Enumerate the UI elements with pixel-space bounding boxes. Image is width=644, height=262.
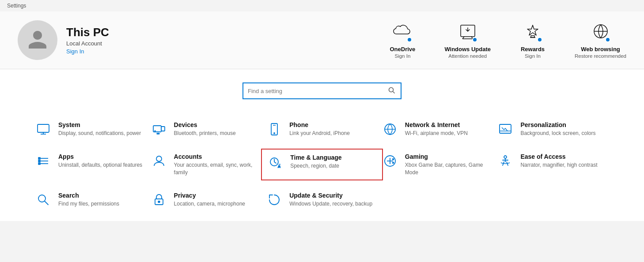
svg-text:A: A	[278, 165, 280, 168]
update-security-icon	[266, 192, 282, 207]
phone-label: Phone	[289, 121, 350, 128]
svg-line-4	[393, 91, 395, 93]
privacy-icon	[151, 192, 167, 207]
personalization-label: Personalization	[520, 121, 595, 128]
svg-point-10	[155, 131, 155, 131]
svg-rect-20	[38, 157, 40, 159]
setting-network[interactable]: Network & Internet Wi-Fi, airplane mode,…	[382, 121, 493, 137]
phone-desc: Link your Android, iPhone	[289, 130, 350, 137]
svg-point-3	[389, 87, 394, 92]
system-icon	[35, 121, 51, 136]
phone-icon	[266, 121, 282, 136]
search-input[interactable]	[248, 88, 387, 94]
privacy-label: Privacy	[174, 192, 245, 199]
svg-line-33	[45, 201, 48, 205]
system-desc: Display, sound, notifications, power	[58, 130, 141, 137]
avatar	[18, 20, 57, 60]
gaming-desc: Xbox Game Bar, captures, Game Mode	[405, 161, 493, 176]
sign-in-link[interactable]: Sign In	[66, 48, 109, 55]
service-windows-update[interactable]: Windows Update Attention needed	[444, 22, 491, 59]
setting-privacy[interactable]: Privacy Location, camera, microphone	[151, 192, 262, 208]
svg-rect-21	[38, 160, 40, 162]
account-info: This PC Local Account Sign In	[66, 26, 109, 55]
search-area	[0, 69, 644, 112]
service-web-browsing[interactable]: Web browsing Restore recommended	[575, 22, 626, 59]
ease-of-access-label: Ease of Access	[520, 153, 597, 160]
setting-ease-of-access[interactable]: Ease of Access Narrator, magnifier, high…	[497, 153, 609, 176]
setting-accounts[interactable]: Accounts Your accounts, email, sync, wor…	[151, 153, 262, 176]
update-security-label: Update & Security	[289, 192, 372, 199]
svg-rect-5	[38, 124, 49, 132]
personalization-desc: Background, lock screen, colors	[520, 130, 595, 137]
setting-update-security[interactable]: Update & Security Windows Update, recove…	[266, 192, 378, 208]
windows-update-status-dot	[472, 37, 477, 42]
onedrive-sub: Sign In	[395, 53, 411, 59]
setting-search[interactable]: Search Find my files, permissions	[35, 192, 147, 208]
update-security-desc: Windows Update, recovery, backup	[289, 200, 372, 208]
rewards-status-dot	[537, 37, 542, 42]
accounts-label: Accounts	[174, 153, 262, 160]
windows-update-icon	[458, 22, 477, 42]
setting-devices[interactable]: Devices Bluetooth, printers, mouse	[151, 121, 262, 137]
svg-point-29	[392, 158, 394, 160]
search-settings-label: Search	[58, 192, 119, 199]
svg-rect-11	[157, 133, 159, 134]
apps-desc: Uninstall, defaults, optional features	[58, 161, 142, 169]
onedrive-status-dot	[407, 37, 412, 42]
accounts-icon	[151, 153, 167, 168]
search-settings-desc: Find my files, permissions	[58, 200, 119, 208]
network-desc: Wi-Fi, airplane mode, VPN	[405, 130, 468, 137]
setting-gaming[interactable]: Gaming Xbox Game Bar, captures, Game Mod…	[382, 153, 493, 176]
search-button[interactable]	[387, 86, 396, 96]
svg-rect-9	[161, 127, 165, 131]
personalization-icon	[497, 121, 513, 136]
account-name: This PC	[66, 26, 109, 39]
web-browsing-label: Web browsing	[581, 46, 620, 52]
gaming-label: Gaming	[405, 153, 493, 160]
web-browsing-icon	[591, 22, 610, 42]
title-bar: Settings	[0, 0, 644, 11]
rewards-sub: Sign In	[525, 53, 541, 59]
header-services: OneDrive Sign In Windows Update Attentio…	[168, 22, 626, 59]
service-onedrive[interactable]: OneDrive Sign In	[383, 22, 422, 59]
svg-point-30	[392, 162, 394, 163]
svg-rect-22	[38, 163, 40, 165]
rewards-icon	[523, 22, 542, 42]
system-label: System	[58, 121, 141, 128]
header: This PC Local Account Sign In OneDrive S…	[0, 11, 644, 69]
svg-point-14	[274, 133, 275, 134]
devices-desc: Bluetooth, printers, mouse	[174, 130, 236, 137]
setting-personalization[interactable]: Personalization Background, lock screen,…	[497, 121, 609, 137]
time-language-label: Time & Language	[290, 154, 341, 161]
setting-phone[interactable]: Phone Link your Android, iPhone	[266, 121, 378, 137]
onedrive-icon	[393, 22, 412, 42]
devices-label: Devices	[174, 121, 236, 128]
person-icon	[27, 29, 49, 52]
time-language-icon: A	[267, 154, 283, 169]
accounts-desc: Your accounts, email, sync, work, family	[174, 161, 262, 176]
gaming-icon	[382, 153, 398, 168]
setting-time-language[interactable]: A Time & Language Speech, region, date	[261, 149, 383, 181]
ease-of-access-icon	[497, 153, 513, 168]
service-rewards[interactable]: Rewards Sign In	[513, 22, 553, 59]
setting-system[interactable]: System Display, sound, notifications, po…	[35, 121, 147, 137]
apps-icon	[35, 153, 51, 168]
windows-update-label: Windows Update	[444, 46, 491, 52]
onedrive-label: OneDrive	[390, 46, 416, 52]
search-settings-icon	[35, 192, 51, 207]
account-section: This PC Local Account Sign In	[18, 20, 141, 60]
setting-apps[interactable]: Apps Uninstall, defaults, optional featu…	[35, 153, 147, 176]
privacy-desc: Location, camera, microphone	[174, 200, 245, 208]
devices-icon	[151, 121, 167, 136]
title-label: Settings	[7, 3, 26, 9]
ease-of-access-desc: Narrator, magnifier, high contrast	[520, 161, 597, 169]
search-box[interactable]	[242, 82, 402, 99]
time-language-desc: Speech, region, date	[290, 162, 341, 170]
windows-update-sub: Attention needed	[448, 53, 487, 59]
rewards-label: Rewards	[521, 46, 545, 52]
svg-point-23	[156, 156, 162, 161]
web-browsing-status-dot	[605, 37, 610, 42]
svg-rect-1	[531, 36, 534, 37]
apps-label: Apps	[58, 153, 142, 160]
svg-point-35	[158, 201, 160, 203]
